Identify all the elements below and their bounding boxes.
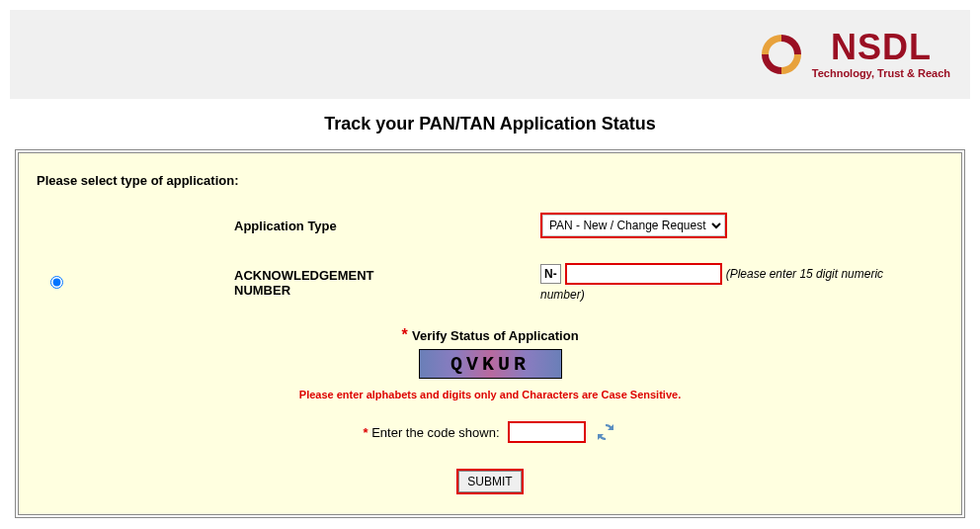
verify-label: Verify Status of Application <box>412 328 579 343</box>
code-row: * Enter the code shown: <box>37 420 943 444</box>
submit-button[interactable]: SUBMIT <box>458 471 521 492</box>
logo: NSDL Technology, Trust & Reach <box>757 30 950 79</box>
ack-hint-block: number) <box>540 288 943 302</box>
application-type-select[interactable]: PAN - New / Change Request <box>542 215 725 236</box>
acknowledgement-row: ACKNOWLEDGEMENT NUMBER N- (Please enter … <box>37 263 943 302</box>
code-label: Enter the code shown: <box>371 425 499 440</box>
form-box: Please select type of application: Appli… <box>18 152 962 515</box>
logo-swirl-icon <box>757 30 806 79</box>
required-star-code: * <box>363 425 368 440</box>
refresh-icon[interactable] <box>594 420 617 444</box>
logo-title: NSDL <box>831 30 932 65</box>
captcha-note: Please enter alphabets and digits only a… <box>37 389 943 400</box>
required-star: * <box>401 326 407 343</box>
page-title: Track your PAN/TAN Application Status <box>10 114 970 134</box>
captcha-text: QVKUR <box>450 353 530 376</box>
application-type-row: Application Type PAN - New / Change Requ… <box>37 213 943 238</box>
captcha-code-input[interactable] <box>510 423 584 441</box>
logo-tagline: Technology, Trust & Reach <box>812 67 950 79</box>
captcha-image: QVKUR <box>419 349 562 379</box>
ack-prefix: N- <box>540 264 561 284</box>
acknowledgement-input[interactable] <box>567 265 720 283</box>
instruction-label: Please select type of application: <box>37 173 943 188</box>
ack-radio[interactable] <box>50 276 63 289</box>
header-bar: NSDL Technology, Trust & Reach <box>10 10 970 99</box>
application-type-label: Application Type <box>76 219 353 233</box>
verify-block: * Verify Status of Application QVKUR Ple… <box>37 326 943 400</box>
acknowledgement-label: ACKNOWLEDGEMENT NUMBER <box>76 268 353 298</box>
ack-hint-inline: (Please enter 15 digit numeric <box>726 267 883 281</box>
